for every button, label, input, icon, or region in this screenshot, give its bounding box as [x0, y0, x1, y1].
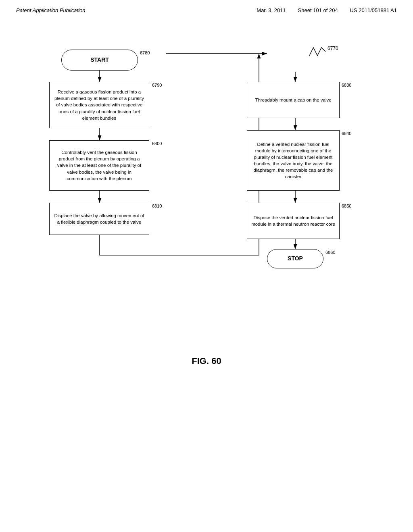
label-6860: 6860: [325, 250, 335, 255]
node-6790: Receive a gaseous fission product into a…: [49, 82, 149, 128]
label-6840: 6840: [342, 131, 351, 136]
flowchart: START 6780 Receive a gaseous fission pro…: [29, 42, 384, 324]
node-6840: Define a vented nuclear fission fuel mod…: [247, 130, 340, 191]
node-6810: Displace the valve by allowing movement …: [49, 203, 149, 235]
page-header: Patent Application Publication Mar. 3, 2…: [0, 0, 413, 17]
label-6850: 6850: [342, 204, 351, 208]
label-6770: 6770: [327, 46, 338, 51]
publication-date: Mar. 3, 2011: [257, 7, 286, 13]
stop-node: STOP: [267, 249, 323, 268]
patent-number: US 2011/051881 A1: [350, 7, 397, 13]
node-6830: Threadably mount a cap on the valve: [247, 82, 340, 118]
label-6810: 6810: [152, 204, 162, 208]
node-6800: Controllably vent the gaseous fission pr…: [49, 140, 149, 191]
label-6790: 6790: [152, 83, 162, 87]
diagram-area: START 6780 Receive a gaseous fission pro…: [0, 17, 413, 340]
start-node: START: [61, 50, 138, 71]
label-6830: 6830: [342, 83, 351, 87]
node-6850: Dispose the vented nuclear fission fuel …: [247, 203, 340, 239]
publication-label: Patent Application Publication: [16, 7, 86, 13]
label-6800: 6800: [152, 141, 162, 146]
figure-caption: FIG. 60: [0, 356, 413, 382]
sheet-info: Sheet 101 of 204: [298, 7, 338, 13]
zigzag-icon: [307, 44, 327, 60]
label-6780: 6780: [140, 50, 150, 55]
